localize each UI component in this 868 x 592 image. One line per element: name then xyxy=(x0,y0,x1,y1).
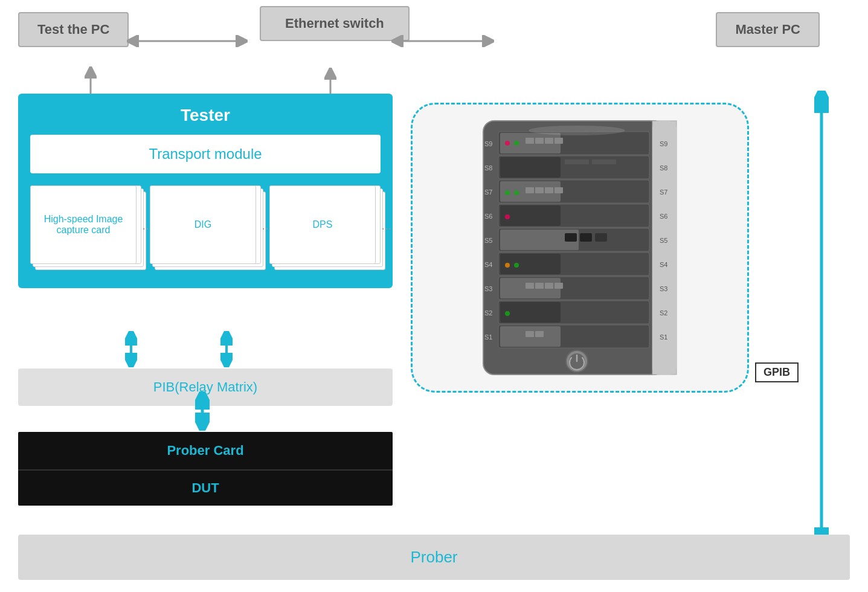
svg-text:S5: S5 xyxy=(660,237,667,244)
master-pc-label: Master PC xyxy=(735,22,800,37)
card-dps: DPS ··· xyxy=(269,185,381,270)
svg-point-68 xyxy=(505,311,510,316)
arrow-pib-prober xyxy=(195,391,210,431)
svg-rect-35 xyxy=(555,138,563,144)
svg-rect-65 xyxy=(555,283,563,289)
svg-text:S6: S6 xyxy=(660,213,667,220)
diagram-container: Test the PC Ethernet switch Master PC xyxy=(0,0,868,592)
prober-bottom: Prober xyxy=(18,535,850,580)
card-dig-label: DIG xyxy=(150,185,256,264)
prober-card-label: Prober Card xyxy=(18,432,393,471)
svg-rect-62 xyxy=(526,283,534,289)
svg-rect-47 xyxy=(555,187,563,193)
card-dps-label: DPS xyxy=(269,185,376,264)
card-hsic-label: High-speed Image capture card xyxy=(30,185,137,264)
arrow-card2-pib xyxy=(220,331,233,367)
svg-point-50 xyxy=(505,214,510,219)
card-dps-dots: ··· xyxy=(381,221,391,235)
svg-rect-72 xyxy=(535,331,544,337)
tester-block: Tester Transport module High-speed Image… xyxy=(18,94,393,288)
svg-rect-33 xyxy=(535,138,544,144)
svg-text:S5: S5 xyxy=(484,237,492,244)
svg-rect-63 xyxy=(535,283,544,289)
svg-text:S7: S7 xyxy=(484,188,492,196)
transport-module: Transport module xyxy=(30,135,381,173)
prober-card-block: Prober Card DUT xyxy=(18,432,393,506)
card-dig: DIG ··· xyxy=(150,185,261,270)
test-pc-box: Test the PC xyxy=(18,12,129,47)
prober-label: Prober xyxy=(410,548,457,566)
arrow-card1-pib xyxy=(125,331,137,367)
svg-text:S7: S7 xyxy=(660,188,667,196)
gpib-label: GPIB xyxy=(755,362,799,382)
svg-rect-71 xyxy=(526,331,534,337)
svg-rect-55 xyxy=(595,233,607,242)
svg-point-75 xyxy=(529,126,625,135)
card-hsic: High-speed Image capture card ··· xyxy=(30,185,141,270)
server-rack-svg: S9 S8 S7 S6 S5 S4 S3 S2 S1 S9 S8 S7 S6 S… xyxy=(465,115,695,381)
svg-rect-45 xyxy=(535,187,544,193)
svg-text:S4: S4 xyxy=(484,261,492,268)
svg-rect-44 xyxy=(526,187,534,193)
server-rack-area: S9 S8 S7 S6 S5 S4 S3 S2 S1 S9 S8 S7 S6 S… xyxy=(411,103,749,393)
svg-rect-34 xyxy=(545,138,553,144)
ethernet-switch-box: Ethernet switch xyxy=(260,6,410,41)
dut-label: DUT xyxy=(18,471,393,506)
svg-text:S4: S4 xyxy=(660,261,667,268)
svg-rect-64 xyxy=(545,283,553,289)
gpib-arrow xyxy=(814,91,829,550)
ethernet-switch-label: Ethernet switch xyxy=(285,16,384,31)
svg-rect-53 xyxy=(565,233,577,242)
test-pc-label: Test the PC xyxy=(37,22,109,37)
svg-text:S6: S6 xyxy=(484,213,492,220)
svg-text:S3: S3 xyxy=(484,285,492,292)
svg-point-30 xyxy=(505,141,510,146)
svg-rect-39 xyxy=(592,159,616,164)
svg-text:S2: S2 xyxy=(660,309,667,317)
svg-text:S8: S8 xyxy=(660,164,667,172)
svg-text:S1: S1 xyxy=(484,333,492,341)
svg-rect-38 xyxy=(565,159,589,164)
svg-point-31 xyxy=(514,141,519,146)
svg-text:S8: S8 xyxy=(484,164,492,172)
svg-text:S9: S9 xyxy=(484,140,492,147)
arrow-ethernet-master xyxy=(391,35,494,47)
svg-text:S9: S9 xyxy=(660,140,667,147)
svg-text:S3: S3 xyxy=(660,285,667,292)
svg-point-43 xyxy=(514,190,519,195)
svg-rect-54 xyxy=(580,233,592,242)
svg-text:S1: S1 xyxy=(660,333,667,341)
svg-point-59 xyxy=(514,263,519,268)
cards-row: High-speed Image capture card ··· DIG ··… xyxy=(30,185,381,270)
svg-rect-37 xyxy=(500,157,561,178)
svg-rect-46 xyxy=(545,187,553,193)
svg-rect-32 xyxy=(526,138,534,144)
svg-point-58 xyxy=(505,263,510,268)
arrow-test-ethernet xyxy=(127,35,248,47)
svg-text:S2: S2 xyxy=(484,309,492,317)
master-pc-box: Master PC xyxy=(716,12,820,47)
tester-title: Tester xyxy=(30,106,381,125)
svg-point-42 xyxy=(505,190,510,195)
